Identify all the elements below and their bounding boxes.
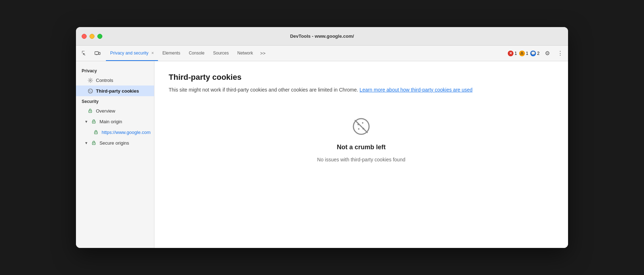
sidebar-item-overview[interactable]: Overview (76, 105, 154, 116)
info-icon: 💬 (530, 51, 536, 56)
lock-icon-secure-origins (91, 140, 97, 146)
panel-title: Third-party cookies (169, 73, 554, 82)
chevron-down-icon-secure: ▼ (85, 141, 88, 145)
svg-point-18 (96, 133, 96, 133)
more-tabs-button[interactable]: >> (257, 46, 269, 61)
tab-privacy-security[interactable]: Privacy and security × (106, 46, 158, 61)
warn-count: 1 (526, 51, 528, 56)
svg-point-25 (358, 128, 359, 130)
toolbar: Privacy and security × Elements Console … (76, 46, 568, 61)
gear-icon (87, 77, 93, 83)
lock-icon-main-origin (91, 119, 97, 124)
toolbar-left-icons (79, 46, 103, 61)
sidebar-section-privacy: Privacy (76, 66, 154, 75)
sidebar-section-security: Security (76, 96, 154, 105)
info-badge[interactable]: 💬 2 (530, 51, 540, 56)
tab-privacy-security-label: Privacy and security (110, 51, 148, 56)
lock-icon-overview (87, 108, 93, 114)
tab-sources-label: Sources (213, 51, 229, 56)
settings-button[interactable]: ⚙ (542, 48, 552, 58)
no-cookie-icon (350, 115, 373, 138)
svg-point-22 (358, 124, 359, 125)
sidebar: Privacy Controls (76, 61, 154, 248)
svg-point-24 (363, 128, 364, 130)
minimize-button[interactable] (90, 34, 94, 39)
svg-point-8 (88, 89, 92, 93)
main-panel: Third-party cookies This site might not … (154, 61, 568, 248)
svg-rect-4 (95, 52, 98, 55)
info-count: 2 (537, 51, 540, 56)
error-badge[interactable]: ✕ 1 (508, 51, 517, 56)
error-count: 1 (515, 51, 517, 56)
svg-point-16 (93, 122, 94, 123)
device-icon (94, 50, 101, 57)
cursor-icon (81, 50, 88, 57)
svg-rect-2 (84, 51, 85, 51)
tabs-area: Privacy and security × Elements Console … (106, 46, 508, 61)
warn-badge[interactable]: ⚠ 1 (519, 51, 528, 56)
sidebar-item-main-origin[interactable]: ▼ Main origin (76, 116, 154, 127)
devtools-window: DevTools - www.google.com/ (76, 27, 568, 248)
more-options-button[interactable]: ⋮ (555, 48, 565, 58)
tab-console-label: Console (189, 51, 204, 56)
svg-point-11 (91, 91, 91, 92)
tab-privacy-security-close[interactable]: × (151, 51, 154, 56)
sidebar-item-overview-label: Overview (96, 108, 115, 114)
sidebar-item-main-origin-label: Main origin (99, 119, 122, 124)
tab-console[interactable]: Console (184, 46, 209, 61)
title-bar: DevTools - www.google.com/ (76, 27, 568, 46)
empty-state-title: Not a crumb left (337, 144, 385, 151)
lock-icon-google (93, 129, 99, 135)
warn-icon: ⚠ (519, 51, 525, 56)
tab-elements-label: Elements (162, 51, 180, 56)
tab-network[interactable]: Network (233, 46, 257, 61)
svg-point-14 (90, 111, 91, 112)
svg-rect-5 (99, 52, 100, 55)
tab-sources[interactable]: Sources (209, 46, 233, 61)
svg-rect-1 (82, 51, 82, 53)
learn-more-link[interactable]: Learn more about how third-party cookies… (359, 87, 472, 93)
tab-elements[interactable]: Elements (158, 46, 184, 61)
traffic-lights (82, 34, 102, 39)
sidebar-item-google-label: https://www.google.com (102, 130, 150, 135)
panel-description: This site might not work if third-party … (169, 86, 554, 94)
sidebar-item-controls[interactable]: Controls (76, 75, 154, 85)
sidebar-item-secure-origins-label: Secure origins (99, 140, 129, 146)
window-title: DevTools - www.google.com/ (290, 33, 354, 39)
svg-point-10 (91, 90, 91, 90)
svg-point-23 (362, 122, 363, 124)
svg-point-20 (93, 143, 94, 144)
sidebar-item-third-party-cookies-label: Third-party cookies (96, 88, 139, 94)
svg-point-9 (89, 90, 90, 91)
close-button[interactable] (82, 34, 87, 39)
maximize-button[interactable] (97, 34, 102, 39)
svg-point-12 (89, 91, 90, 92)
error-icon: ✕ (508, 51, 513, 56)
sidebar-item-controls-label: Controls (96, 78, 113, 83)
inspect-element-button[interactable] (79, 48, 90, 59)
badge-group: ✕ 1 ⚠ 1 💬 2 (508, 51, 540, 56)
sidebar-item-secure-origins[interactable]: ▼ Secure origins (76, 138, 154, 148)
empty-state: Not a crumb left No issues with third-pa… (169, 115, 554, 162)
svg-point-7 (90, 79, 91, 81)
toolbar-right: ✕ 1 ⚠ 1 💬 2 ⚙ ⋮ (508, 46, 565, 61)
svg-rect-3 (82, 53, 82, 53)
cookie-icon (87, 88, 93, 94)
chevron-down-icon: ▼ (85, 120, 88, 124)
tab-network-label: Network (237, 51, 253, 56)
content-area: Privacy Controls (76, 61, 568, 248)
empty-state-subtitle: No issues with third-party cookies found (317, 157, 405, 162)
sidebar-item-third-party-cookies[interactable]: Third-party cookies (76, 85, 154, 96)
device-toggle-button[interactable] (92, 48, 103, 59)
sidebar-item-google-com[interactable]: https://www.google.com (76, 127, 154, 138)
